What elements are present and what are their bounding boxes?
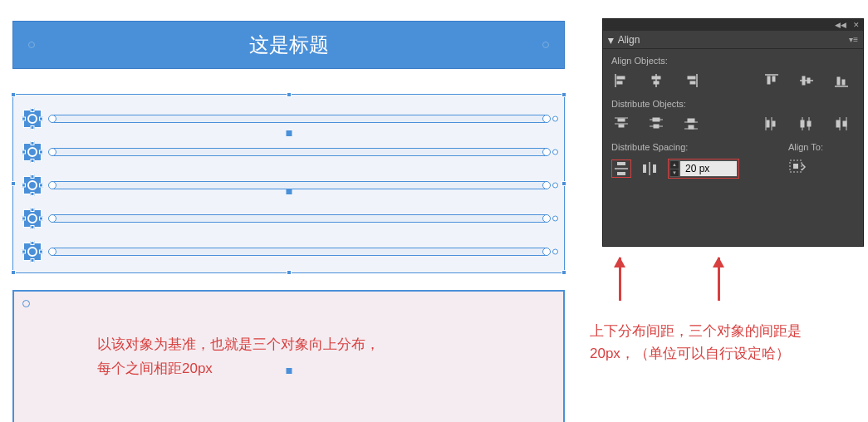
- svg-rect-29: [689, 125, 694, 129]
- annotation-text: 以该对象为基准，也就是三个对象向上分布， 每个之间相距20px: [97, 333, 522, 381]
- anchor-handle-icon[interactable]: [542, 115, 551, 123]
- section-label: Align Objects:: [611, 56, 855, 66]
- svg-rect-23: [653, 118, 660, 121]
- align-right-icon[interactable]: [683, 72, 699, 89]
- list-item[interactable]: [23, 143, 554, 161]
- svg-rect-7: [688, 76, 695, 79]
- panel-menu-icon[interactable]: ▾≡: [849, 35, 858, 44]
- selection-handle-icon[interactable]: [11, 181, 16, 186]
- selection-handle-icon[interactable]: [11, 270, 16, 275]
- row-bar[interactable]: [51, 248, 547, 256]
- section-label: Distribute Spacing:: [611, 142, 775, 152]
- panel-title[interactable]: ▶ Align: [608, 34, 640, 46]
- svg-rect-37: [807, 121, 811, 126]
- close-icon[interactable]: ✕: [853, 21, 860, 29]
- svg-rect-5: [654, 81, 659, 84]
- anchor-handle-icon[interactable]: [48, 115, 56, 123]
- bullet-icon: [23, 143, 42, 161]
- align-vcenter-icon[interactable]: [798, 72, 815, 89]
- svg-rect-39: [836, 120, 840, 127]
- svg-rect-10: [767, 76, 770, 84]
- vertical-distribute-space-button[interactable]: [611, 159, 631, 178]
- horizontal-distribute-space-button[interactable]: [640, 159, 660, 178]
- handle-icon: [28, 42, 35, 48]
- align-bottom-icon[interactable]: [833, 72, 850, 89]
- selection-handle-icon[interactable]: [562, 92, 566, 97]
- title-block[interactable]: 这是标题: [12, 21, 565, 69]
- svg-rect-1: [617, 76, 625, 79]
- svg-rect-2: [617, 81, 622, 84]
- panel-topbar: ◀◀ ✕: [603, 19, 863, 31]
- svg-rect-14: [807, 78, 810, 83]
- mid-handle-icon[interactable]: [286, 189, 292, 194]
- svg-rect-27: [688, 119, 694, 122]
- align-top-icon[interactable]: [763, 72, 780, 89]
- svg-rect-47: [653, 164, 656, 173]
- svg-rect-44: [617, 172, 625, 175]
- align-left-icon[interactable]: [613, 72, 630, 89]
- svg-rect-16: [837, 77, 840, 85]
- distribute-left-icon[interactable]: [763, 115, 780, 132]
- row-bar[interactable]: [51, 148, 547, 156]
- mid-handle-icon[interactable]: [286, 130, 292, 136]
- bullet-icon: [23, 176, 42, 194]
- svg-rect-45: [643, 164, 646, 173]
- svg-rect-33: [772, 121, 775, 126]
- svg-rect-11: [772, 76, 775, 81]
- mid-handle-icon[interactable]: [286, 368, 292, 374]
- svg-rect-41: [843, 121, 846, 126]
- spacing-value-input[interactable]: 20 px: [679, 160, 738, 177]
- section-label: Distribute Objects:: [611, 99, 855, 109]
- stepper-down-icon[interactable]: ▼: [670, 169, 679, 177]
- selection-handle-icon[interactable]: [562, 181, 566, 186]
- annotation-right: 上下分布间距，三个对象的间距是 20px，（单位可以自行设定哈）: [590, 320, 864, 365]
- svg-rect-35: [801, 120, 804, 127]
- stepper-up-icon[interactable]: ▲: [670, 161, 679, 169]
- list-item[interactable]: [23, 209, 554, 228]
- selection-handle-icon[interactable]: [562, 270, 566, 275]
- svg-rect-13: [802, 76, 805, 85]
- distribute-objects-section: Distribute Objects:: [603, 92, 863, 135]
- svg-rect-25: [654, 125, 659, 128]
- spacing-stepper[interactable]: ▲ ▼: [669, 160, 679, 177]
- arrow-icon: [718, 258, 720, 301]
- selection-handle-icon[interactable]: [11, 92, 16, 97]
- align-to-section: Align To:: [788, 142, 855, 177]
- distribute-right-icon[interactable]: [833, 115, 850, 132]
- annotation-block[interactable]: 以该对象为基准，也就是三个对象向上分布， 每个之间相距20px: [12, 290, 565, 422]
- row-bar[interactable]: [51, 115, 547, 123]
- align-panel: ◀◀ ✕ ▶ Align ▾≡ Align Objects: Distribut…: [602, 18, 864, 247]
- list-item[interactable]: [23, 243, 554, 261]
- anchor-handle-icon[interactable]: [552, 116, 558, 122]
- svg-rect-21: [619, 125, 624, 127]
- distribute-vcenter-icon[interactable]: [648, 115, 664, 132]
- list-item[interactable]: [23, 110, 554, 128]
- row-bar[interactable]: [51, 181, 547, 189]
- canvas-area: 这是标题: [12, 21, 565, 422]
- distribute-bottom-icon[interactable]: [683, 115, 699, 132]
- title-text: 这是标题: [249, 32, 329, 58]
- svg-rect-31: [767, 120, 769, 127]
- anchor-handle-icon[interactable]: [22, 300, 30, 307]
- handle-icon: [542, 42, 549, 48]
- selection-handle-icon[interactable]: [287, 92, 292, 97]
- align-to-selection-button[interactable]: [788, 159, 807, 177]
- chevron-icon: ▶: [607, 37, 615, 43]
- distribute-spacing-section: Distribute Spacing: ▲ ▼ 20 px: [611, 142, 775, 179]
- arrow-icon: [619, 258, 621, 301]
- svg-rect-49: [793, 164, 798, 169]
- distribute-top-icon[interactable]: [613, 115, 630, 132]
- align-hcenter-icon[interactable]: [648, 72, 664, 89]
- distribute-hcenter-icon[interactable]: [798, 115, 815, 132]
- collapse-icon[interactable]: ◀◀: [835, 21, 846, 29]
- list-block[interactable]: [12, 94, 565, 273]
- svg-rect-4: [652, 76, 660, 79]
- bullet-icon: [23, 209, 42, 228]
- selection-handle-icon[interactable]: [287, 270, 292, 275]
- row-bar[interactable]: [51, 214, 547, 223]
- svg-rect-42: [617, 162, 625, 165]
- svg-rect-17: [842, 80, 845, 85]
- svg-rect-8: [690, 81, 695, 84]
- align-objects-section: Align Objects:: [603, 49, 863, 92]
- bullet-icon: [23, 243, 42, 261]
